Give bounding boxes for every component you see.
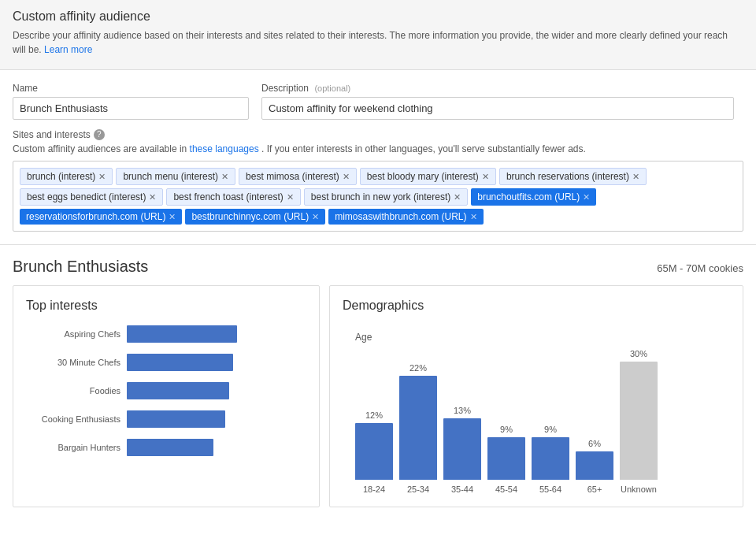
header-section: Custom affinity audience Describe your a… — [0, 0, 756, 70]
bar-percent: 12% — [365, 410, 383, 420]
tag-close-icon[interactable]: ✕ — [482, 172, 489, 182]
bar-column: 6% 65+ — [576, 439, 613, 494]
audience-header: Brunch Enthusiasts 65M - 70M cookies — [13, 258, 743, 276]
interest-tag: brunch (interest)✕ — [20, 168, 113, 185]
bar-column: 9% 45-54 — [487, 425, 525, 494]
tag-close-icon[interactable]: ✕ — [169, 212, 176, 222]
sites-note: Custom affinity audiences are available … — [13, 143, 743, 154]
bar-age-label: 18-24 — [363, 484, 385, 494]
bar-rect — [443, 418, 481, 480]
bar-percent: 30% — [630, 349, 647, 358]
bar-column: 12% 18-24 — [355, 410, 393, 494]
bar-percent: 9% — [500, 425, 513, 434]
tag-close-icon[interactable]: ✕ — [98, 172, 106, 182]
interest-tag: best eggs benedict (interest)✕ — [20, 188, 163, 206]
url-tag: bestbrunchinnyc.com (URL)✕ — [185, 209, 325, 225]
interest-bar — [127, 410, 225, 428]
interests-chart: Aspiring Chefs 30 Minute Chefs Foodies C… — [26, 325, 306, 456]
bar-age-label: 65+ — [587, 484, 602, 494]
audience-section: Brunch Enthusiasts 65M - 70M cookies Top… — [0, 245, 756, 520]
tag-close-icon[interactable]: ✕ — [221, 172, 228, 182]
interest-tag: brunch menu (interest)✕ — [116, 168, 235, 185]
demographics-box: Demographics Age 12% 18-24 22% 25-34 13%… — [329, 285, 743, 507]
tags-container: brunch (interest)✕brunch menu (interest)… — [13, 161, 743, 232]
bar-age-label: 55-64 — [539, 484, 561, 494]
bar-percent: 6% — [588, 439, 601, 448]
tag-close-icon[interactable]: ✕ — [470, 212, 477, 222]
bar-age-label: 25-34 — [407, 484, 429, 494]
audience-name: Brunch Enthusiasts — [13, 258, 148, 276]
interest-row: Foodies — [26, 382, 300, 399]
interest-bar — [127, 354, 233, 371]
bar-age-label: 35-44 — [451, 484, 473, 494]
bar-column: 13% 35-44 — [443, 406, 481, 494]
interest-label: Aspiring Chefs — [26, 329, 120, 339]
bar-rect — [576, 451, 613, 480]
tag-close-icon[interactable]: ✕ — [312, 212, 319, 222]
header-desc-text: Describe your affinity audience based on… — [13, 30, 728, 55]
url-tag: mimosaswithbrunch.com (URL)✕ — [328, 209, 483, 225]
interest-bar — [127, 439, 213, 456]
help-icon[interactable]: ? — [94, 129, 105, 140]
bars-area: 12% 18-24 22% 25-34 13% 35-44 9% 45-54 9… — [355, 368, 717, 494]
desc-group: Description (optional) — [261, 83, 734, 120]
page-title: Custom affinity audience — [13, 9, 743, 24]
bar-percent: 9% — [544, 425, 557, 434]
bar-rect — [355, 423, 393, 480]
interest-bar — [127, 382, 229, 399]
charts-row: Top interests Aspiring Chefs 30 Minute C… — [13, 285, 743, 507]
form-row-name-desc: Name Description (optional) — [13, 83, 743, 120]
demographics-chart: Age 12% 18-24 22% 25-34 13% 35-44 9% 45-… — [343, 325, 730, 494]
interest-row: Bargain Hunters — [26, 439, 300, 456]
desc-label: Description (optional) — [261, 83, 734, 94]
name-group: Name — [13, 83, 249, 120]
bar-column: 9% 55-64 — [532, 425, 569, 494]
interest-label: Cooking Enthusiasts — [26, 414, 120, 424]
url-tag: reservationsforbrunch.com (URL)✕ — [20, 209, 182, 225]
languages-link[interactable]: these languages — [190, 143, 259, 154]
top-interests-title: Top interests — [26, 299, 306, 313]
bar-percent: 13% — [454, 406, 471, 415]
interest-tag: best brunch in new york (interest)✕ — [304, 188, 468, 206]
interest-tag: best mimosa (interest)✕ — [239, 168, 357, 185]
interest-row: Cooking Enthusiasts — [26, 410, 300, 428]
bar-rect — [620, 362, 658, 480]
interest-label: Bargain Hunters — [26, 443, 120, 452]
learn-more-link[interactable]: Learn more — [44, 44, 92, 55]
sites-label: Sites and interests ? — [13, 129, 743, 140]
top-interests-box: Top interests Aspiring Chefs 30 Minute C… — [13, 285, 320, 507]
age-label: Age — [355, 332, 717, 343]
interest-tag: best bloody mary (interest)✕ — [360, 168, 496, 185]
interest-row: Aspiring Chefs — [26, 325, 300, 343]
url-tag: brunchoutfits.com (URL)✕ — [471, 188, 596, 206]
bar-column: 30% Unknown — [620, 349, 658, 494]
tag-close-icon[interactable]: ✕ — [149, 192, 156, 202]
desc-input[interactable] — [261, 97, 734, 120]
tag-close-icon[interactable]: ✕ — [454, 192, 461, 202]
demographics-title: Demographics — [343, 299, 730, 313]
tag-close-icon[interactable]: ✕ — [343, 172, 350, 182]
bar-rect — [399, 376, 437, 480]
bar-age-label: Unknown — [621, 484, 657, 494]
interest-row: 30 Minute Chefs — [26, 354, 300, 371]
interest-tag: best french toast (interest)✕ — [166, 188, 300, 206]
bar-age-label: 45-54 — [495, 484, 517, 494]
bar-percent: 22% — [410, 363, 427, 373]
form-section: Name Description (optional) Sites and in… — [0, 70, 756, 245]
tag-close-icon[interactable]: ✕ — [287, 192, 294, 202]
bar-rect — [487, 437, 525, 480]
interest-bar — [127, 325, 237, 343]
name-input[interactable] — [13, 97, 249, 120]
name-label: Name — [13, 83, 249, 94]
interest-label: Foodies — [26, 386, 120, 395]
tag-close-icon[interactable]: ✕ — [632, 172, 639, 182]
tag-close-icon[interactable]: ✕ — [583, 192, 590, 202]
header-description: Describe your affinity audience based on… — [13, 28, 743, 57]
interest-tag: brunch reservations (interest)✕ — [499, 168, 647, 185]
cookies-count: 65M - 70M cookies — [657, 262, 743, 274]
bar-column: 22% 25-34 — [399, 363, 437, 494]
bar-rect — [532, 437, 569, 480]
interest-label: 30 Minute Chefs — [26, 358, 120, 367]
